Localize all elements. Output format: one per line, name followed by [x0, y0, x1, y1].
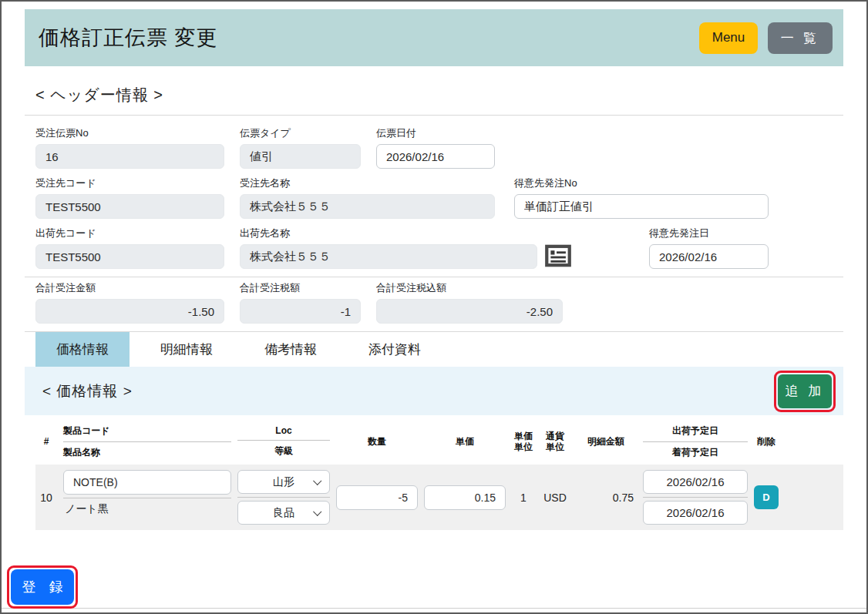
col-price-unit: 単価 単位: [512, 431, 535, 452]
price-table: # 製品コード 製品名称 Loc 等級 数量 単価 単価 単位: [35, 418, 843, 530]
field-customer-code: 受注先コード: [35, 176, 224, 219]
col-line-no: #: [35, 436, 57, 447]
col-currency-l1: 通貨: [541, 431, 569, 441]
price-unit-value: 1: [512, 492, 535, 504]
total-amount-label: 合計受注金額: [35, 281, 224, 295]
divider: [643, 441, 748, 442]
row-loc-grade-cell: 山形 良品: [237, 470, 330, 525]
menu-button[interactable]: Menu: [699, 22, 758, 54]
row-product-cell: ノート黒: [63, 470, 231, 515]
col-currency: 通貨 単位: [541, 431, 569, 452]
header-fields-row-1: 受注伝票No 伝票タイプ 伝票日付: [35, 126, 843, 169]
col-loc-grade: Loc 等級: [237, 425, 330, 458]
order-no-input: [35, 144, 224, 169]
total-incl-tax-input: [376, 299, 563, 324]
product-code-input[interactable]: [63, 470, 231, 495]
delete-row-button[interactable]: D: [754, 485, 779, 509]
customer-code-label: 受注先コード: [35, 176, 224, 190]
tab-detail-info[interactable]: 明細情報: [140, 332, 234, 367]
loc-select-value: 山形: [273, 475, 294, 489]
page: 価格訂正伝票 変更 Menu 一 覧 < ヘッダー情報 > 受注伝票No 伝票タ…: [0, 0, 868, 614]
qty-input[interactable]: [336, 485, 418, 510]
customer-order-date-input[interactable]: [649, 244, 769, 269]
tab-remarks-info[interactable]: 備考情報: [244, 332, 338, 367]
field-customer-name: 受注先名称: [240, 176, 495, 219]
tab-attachments[interactable]: 添付資料: [348, 332, 442, 367]
app-header: 価格訂正伝票 変更 Menu 一 覧: [25, 9, 843, 66]
total-tax-input: [240, 299, 361, 324]
col-product-name: 製品名称: [63, 446, 231, 459]
slip-date-label: 伝票日付: [376, 126, 495, 140]
chevron-down-icon: [313, 477, 321, 485]
customer-order-no-label: 得意先発注No: [514, 176, 769, 190]
arrival-date-input[interactable]: [643, 501, 748, 525]
col-unit-price: 単価: [424, 435, 506, 448]
main-content: < ヘッダー情報 > 受注伝票No 伝票タイプ 伝票日付 受注先コード 受注先: [2, 85, 866, 530]
annotation-add-highlight: 追 加: [774, 371, 836, 412]
header-section-title: < ヘッダー情報 >: [35, 85, 843, 106]
header-fields-row-3: 出荷先コード 出荷先名称 得意先発注日: [35, 226, 843, 269]
amount-value: 0.75: [575, 492, 637, 504]
tab-price-info[interactable]: 価格情報: [35, 332, 130, 367]
loc-select[interactable]: 山形: [237, 470, 330, 494]
field-total-tax: 合計受注税額: [240, 281, 361, 324]
add-row-button[interactable]: 追 加: [778, 374, 832, 408]
tab-bar: 価格情報 明細情報 備考情報 添付資料: [35, 332, 843, 367]
row-line-no: 10: [35, 492, 57, 504]
col-grade: 等級: [237, 445, 330, 458]
totals-row: 合計受注金額 合計受注税額 合計受注税込額: [35, 281, 843, 324]
customer-order-no-input[interactable]: [514, 194, 769, 219]
order-no-label: 受注伝票No: [35, 126, 224, 140]
col-ship-date: 出荷予定日: [643, 424, 748, 438]
total-amount-input: [35, 299, 224, 324]
table-row: 10 ノート黒 山形 良品: [35, 465, 843, 530]
col-product-code: 製品コード: [63, 424, 231, 438]
header-fields-row-2: 受注先コード 受注先名称 得意先発注No: [35, 176, 843, 219]
register-button[interactable]: 登 録: [11, 569, 74, 605]
col-product: 製品コード 製品名称: [63, 424, 231, 459]
divider: [643, 497, 748, 498]
customer-name-input: [240, 194, 495, 219]
col-price-unit-l2: 単位: [512, 441, 535, 452]
bottom-divider: [2, 608, 866, 609]
customer-order-date-label: 得意先発注日: [649, 226, 769, 240]
shipto-code-input: [35, 244, 224, 269]
field-shipto-code: 出荷先コード: [35, 226, 224, 269]
list-button[interactable]: 一 覧: [768, 22, 833, 54]
field-slip-date: 伝票日付: [376, 126, 495, 169]
shipto-name-label: 出荷先名称: [240, 226, 537, 240]
field-order-no: 受注伝票No: [35, 126, 224, 169]
slip-date-input[interactable]: [376, 144, 495, 169]
unit-price-input[interactable]: [424, 485, 506, 510]
row-dates-cell: [643, 470, 748, 525]
address-list-icon: [545, 260, 571, 271]
field-total-amount: 合計受注金額: [35, 281, 224, 324]
field-customer-order-no: 得意先発注No: [514, 176, 769, 219]
divider: [237, 440, 330, 441]
chevron-down-icon: [313, 508, 321, 516]
ship-date-input[interactable]: [643, 470, 748, 494]
col-currency-l2: 単位: [541, 441, 569, 452]
grade-select[interactable]: 良品: [237, 501, 330, 525]
price-table-header: # 製品コード 製品名称 Loc 等級 数量 単価 単価 単位: [35, 418, 843, 465]
annotation-register-highlight: 登 録: [7, 565, 78, 609]
col-amount: 明細金額: [575, 435, 637, 448]
customer-name-label: 受注先名称: [240, 176, 495, 190]
divider: [63, 498, 231, 498]
divider: [25, 115, 843, 116]
divider: [25, 277, 843, 277]
slip-type-label: 伝票タイプ: [240, 126, 361, 140]
page-title: 価格訂正伝票 変更: [39, 24, 699, 52]
col-arrival-date: 着荷予定日: [643, 446, 748, 459]
shipto-lookup-button[interactable]: [545, 243, 571, 269]
divider: [63, 441, 231, 442]
field-slip-type: 伝票タイプ: [240, 126, 361, 169]
col-delete: 削除: [754, 435, 779, 448]
slip-type-input: [240, 144, 361, 169]
product-name-text: ノート黒: [63, 502, 231, 515]
currency-value: USD: [541, 492, 569, 504]
shipto-name-input: [240, 244, 537, 269]
price-section-title: < 価格情報 >: [42, 381, 133, 401]
grade-select-value: 良品: [273, 506, 294, 520]
divider: [237, 497, 330, 498]
